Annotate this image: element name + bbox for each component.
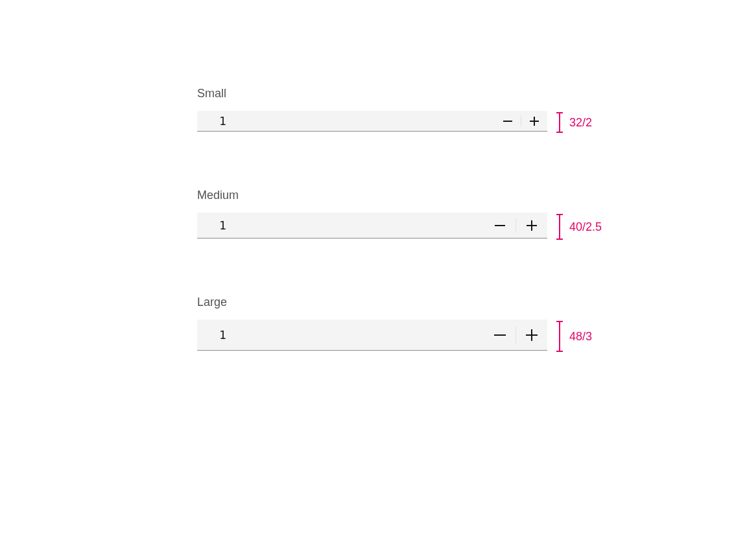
number-value-small[interactable]	[197, 111, 495, 131]
number-value-medium[interactable]	[197, 213, 484, 238]
decrement-button-large[interactable]	[484, 320, 516, 350]
label-medium: Medium	[197, 189, 586, 202]
number-value-large[interactable]	[197, 320, 484, 350]
increment-button-large[interactable]	[516, 320, 547, 350]
controls-small	[495, 111, 547, 131]
number-input-small	[197, 111, 547, 132]
bracket-icon	[556, 321, 563, 352]
bracket-icon	[556, 112, 563, 133]
plus-icon	[527, 220, 537, 231]
bracket-icon	[556, 214, 563, 240]
label-small: Small	[197, 87, 586, 100]
controls-medium	[484, 213, 547, 238]
minus-icon	[494, 334, 506, 336]
spec-annotation-large: 48/3	[556, 321, 592, 352]
controls-large	[484, 320, 547, 350]
size-variants: Small 32/2 Medium	[197, 87, 586, 351]
label-large: Large	[197, 296, 586, 309]
spec-annotation-small: 32/2	[556, 112, 592, 133]
increment-button-medium[interactable]	[516, 213, 547, 238]
spec-text-small: 32/2	[569, 116, 592, 130]
spec-annotation-medium: 40/2.5	[556, 214, 602, 240]
plus-icon	[530, 117, 539, 126]
row-small: Small 32/2	[197, 87, 586, 132]
spec-text-medium: 40/2.5	[569, 220, 602, 234]
spec-text-large: 48/3	[569, 330, 592, 344]
row-large: Large 48/3	[197, 296, 586, 351]
increment-button-small[interactable]	[521, 111, 547, 131]
plus-icon	[526, 329, 538, 341]
minus-icon	[503, 121, 512, 122]
number-input-large	[197, 320, 547, 351]
number-input-medium	[197, 213, 547, 239]
minus-icon	[495, 225, 505, 226]
row-medium: Medium 40/2.5	[197, 189, 586, 239]
decrement-button-medium[interactable]	[484, 213, 516, 238]
decrement-button-small[interactable]	[495, 111, 521, 131]
